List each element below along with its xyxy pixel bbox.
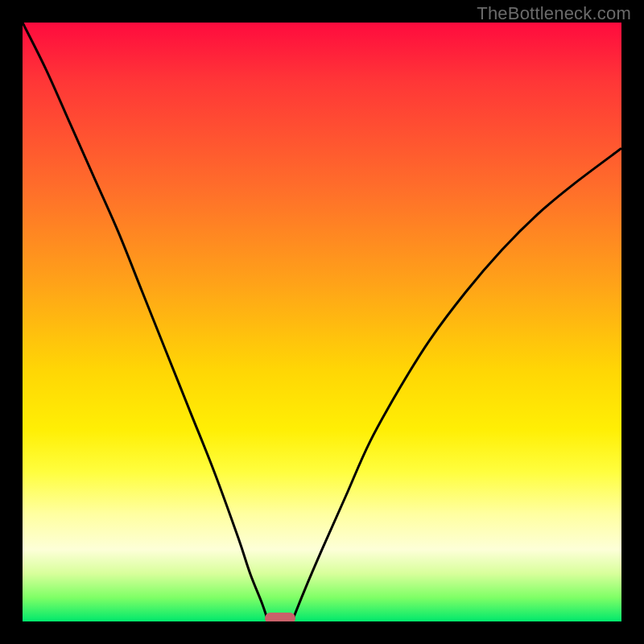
optimal-marker [265, 613, 295, 621]
left-curve [23, 23, 268, 621]
right-curve [292, 148, 621, 621]
watermark-text: TheBottleneck.com [477, 3, 631, 24]
chart-frame: TheBottleneck.com [0, 0, 644, 644]
curve-layer [23, 23, 621, 621]
plot-area [23, 23, 621, 621]
